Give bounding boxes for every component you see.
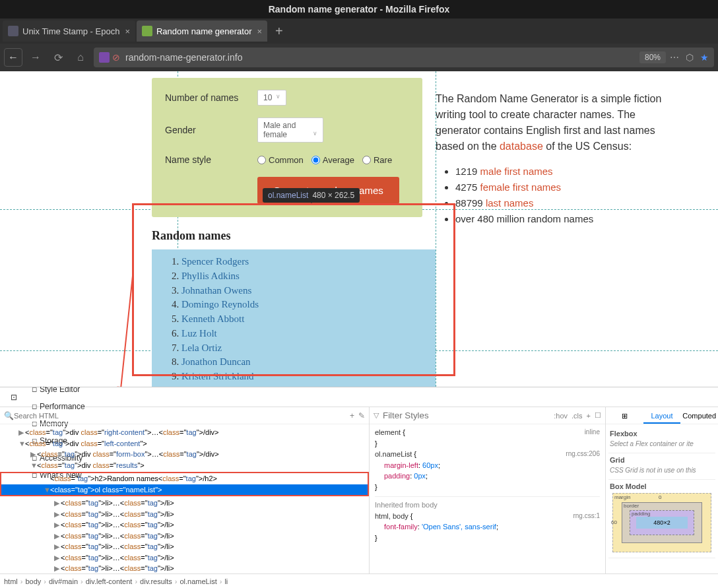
database-link[interactable]: database: [500, 141, 543, 152]
stat-item: 4275 female first names: [455, 180, 673, 195]
hov-toggle[interactable]: :hov: [554, 412, 568, 420]
crumb-item[interactable]: div.results: [140, 577, 172, 585]
shield-icon: [99, 52, 110, 63]
bookmark-star-icon[interactable]: ★: [700, 52, 709, 63]
dom-node[interactable]: ▶<class="tag">li>…<class="tag">/li>: [0, 519, 369, 531]
tab-random-name[interactable]: Random name generator ×: [137, 20, 267, 42]
search-html-input[interactable]: [14, 412, 346, 420]
num-names-select[interactable]: 10 ∨: [257, 90, 286, 106]
devtools-tabbar: ⊡ ◻ Inspector◻ Console◻ Debugger◻ Networ…: [0, 387, 718, 407]
stat-link[interactable]: male first names: [480, 166, 553, 177]
reload-button[interactable]: ⟳: [49, 48, 67, 67]
add-node-button[interactable]: +: [346, 411, 358, 420]
flexbox-text: Select a Flex container or ite: [610, 438, 714, 450]
url-bar[interactable]: ⊘ random-name-generator.info 80% ⋯ ⬡ ★: [94, 48, 714, 67]
search-icon: 🔍: [4, 411, 14, 420]
crumb-item[interactable]: ol.nameList: [180, 577, 216, 585]
picker-button[interactable]: ⊡: [4, 389, 24, 406]
dom-node[interactable]: ▼<class="tag">div class="left-content">: [0, 438, 369, 449]
intro-text: The Random Name Generator is a simple fi…: [436, 91, 673, 154]
dom-node[interactable]: ▶<class="tag">li>…<class="tag">/li>: [0, 552, 369, 564]
crumb-item[interactable]: div.left-content: [86, 577, 133, 585]
inspector-layout-panel: ⊞ Layout Computed Flexbox Select a Flex …: [606, 407, 718, 573]
dom-node[interactable]: ▼<class="tag">div class="results">: [0, 460, 369, 471]
gender-label: Gender: [165, 125, 257, 135]
close-icon[interactable]: ×: [125, 26, 130, 36]
boxmodel-heading: Box Model: [610, 482, 714, 490]
flexbox-heading: Flexbox: [610, 430, 714, 438]
eyedropper-icon[interactable]: ✎: [358, 411, 365, 420]
crumb-item[interactable]: div#main: [49, 577, 78, 585]
crumb-item[interactable]: html: [4, 577, 18, 585]
url-text: random-name-generator.info: [125, 52, 242, 63]
stat-item: 1219 male first names: [455, 164, 673, 180]
pocket-icon[interactable]: ⬡: [686, 52, 694, 63]
radio-average[interactable]: Average: [311, 155, 354, 165]
add-rule-button[interactable]: +: [587, 412, 591, 420]
browser-navbar: ← → ⟳ ⌂ ⊘ random-name-generator.info 80%…: [0, 44, 718, 71]
filter-styles-input[interactable]: [383, 410, 550, 420]
dom-node[interactable]: <class="tag">h2>Random names<class="tag"…: [1, 473, 368, 484]
stat-link[interactable]: last names: [486, 197, 534, 209]
dom-tree[interactable]: ▶<class="tag">div class="right-content">…: [0, 424, 369, 573]
tab-unixtime[interactable]: Unix Time Stamp - Epoch ×: [3, 20, 135, 42]
home-button[interactable]: ⌂: [71, 48, 90, 67]
favicon-icon: [8, 26, 18, 36]
dom-node[interactable]: ▶<class="tag">li>…<class="tag">/li>: [0, 541, 369, 552]
tab-title: Random name generator: [156, 26, 252, 36]
stat-link[interactable]: female first names: [480, 181, 562, 193]
crumb-item[interactable]: li: [224, 577, 228, 585]
print-sim-icon[interactable]: ☐: [595, 411, 601, 420]
cls-toggle[interactable]: .cls: [571, 412, 583, 420]
breadcrumb[interactable]: html›body›div#main›div.left-content›div.…: [0, 573, 718, 588]
layout-grid-icon[interactable]: ⊞: [606, 407, 643, 424]
browser-tabbar: Unix Time Stamp - Epoch × Random name ge…: [0, 18, 718, 44]
annotation-name-list-box: [132, 203, 455, 376]
insecure-icon: ⊘: [112, 52, 120, 63]
dom-node[interactable]: ▶<class="tag">li>…<class="tag">/li>: [0, 563, 369, 573]
dom-node[interactable]: ▶<class="tag">li>…<class="tag">/li>: [0, 531, 369, 542]
back-button[interactable]: ←: [4, 48, 22, 67]
favicon-icon: [142, 26, 152, 36]
zoom-badge[interactable]: 80%: [639, 51, 666, 63]
grid-heading: Grid: [610, 456, 714, 464]
filter-icon: ▽: [374, 411, 379, 420]
layout-tab-computed[interactable]: Computed: [680, 407, 718, 424]
style-label: Name style: [165, 154, 257, 165]
dom-node[interactable]: ▶<class="tag">div class="right-content">…: [0, 427, 369, 438]
stat-item: 88799 last names: [455, 195, 673, 211]
num-names-label: Number of names: [165, 92, 257, 103]
name-item[interactable]: Timothy Cobb: [181, 384, 436, 387]
dom-node[interactable]: ▶<class="tag">li>…<class="tag">/li>: [0, 509, 369, 520]
radio-common[interactable]: Common: [257, 155, 304, 165]
grid-text: CSS Grid is not in use on this: [610, 464, 714, 476]
inspector-tooltip: ol.nameList 480 × 262.5: [263, 188, 360, 203]
gender-select[interactable]: Male and female ∨: [257, 117, 323, 143]
inspector-rules-panel: ▽ :hov .cls + ☐ element { inline}ol.name…: [370, 407, 606, 573]
new-tab-button[interactable]: +: [269, 24, 290, 39]
dom-node[interactable]: ▶<class="tag">div class="form-box">…<cla…: [0, 449, 369, 460]
crumb-item[interactable]: body: [25, 577, 41, 585]
inspector-html-panel: 🔍 + ✎ ▶<class="tag">div class="right-con…: [0, 407, 370, 573]
tab-title: Unix Time Stamp - Epoch: [22, 26, 119, 36]
meatball-icon[interactable]: ⋯: [670, 52, 679, 63]
stats-list: 1219 male first names4275 female first n…: [436, 164, 673, 227]
window-titlebar: Random name generator - Mozilla Firefox: [0, 0, 718, 18]
close-icon[interactable]: ×: [257, 26, 263, 36]
css-rules[interactable]: element { inline}ol.nameList { rng.css:2…: [370, 424, 605, 573]
dom-node[interactable]: ▶<class="tag">li>…<class="tag">/li>: [0, 498, 369, 509]
right-column: The Random Name Generator is a simple fi…: [436, 78, 686, 387]
devtools: ⊡ ◻ Inspector◻ Console◻ Debugger◻ Networ…: [0, 387, 718, 588]
box-model-diagram: margin border padding 480×2 60 0: [612, 493, 711, 552]
layout-tab-layout[interactable]: Layout: [643, 407, 681, 424]
page-viewport: Number of names 10 ∨ Gender Male and fem…: [0, 71, 718, 387]
stat-item: over 480 million random names: [455, 211, 673, 227]
dom-node[interactable]: ▼<class="tag">ol class="nameList">: [1, 484, 368, 496]
radio-rare[interactable]: Rare: [362, 155, 392, 165]
forward-button[interactable]: →: [26, 48, 45, 67]
